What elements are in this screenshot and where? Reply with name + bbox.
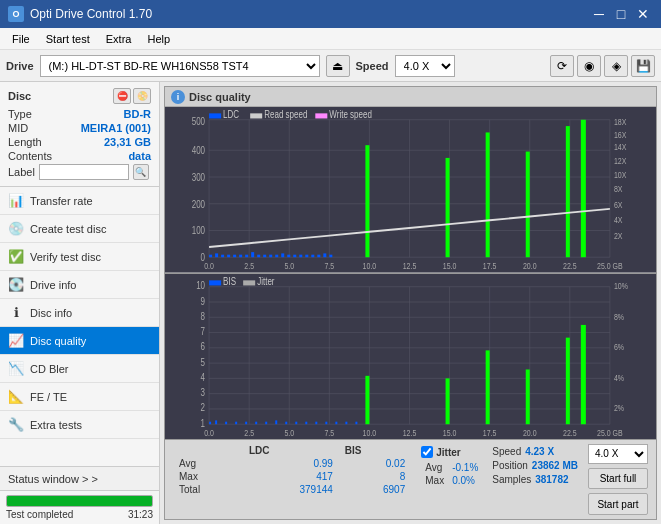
nav-cd-bler[interactable]: 📉 CD Bler [0, 355, 159, 383]
status-window-button[interactable]: Status window > > [0, 467, 159, 491]
menu-file[interactable]: File [4, 31, 38, 47]
stats-total-ldc: 379144 [243, 483, 339, 496]
stats-row-max: Max 417 8 [173, 470, 411, 483]
chart-lower: 10 9 8 7 6 5 4 3 2 1 10% 8% 6% [165, 274, 656, 440]
samples-row: Samples 381782 [492, 474, 578, 485]
lower-chart-svg: 10 9 8 7 6 5 4 3 2 1 10% 8% 6% [165, 274, 656, 440]
nav-verify-test-disc-label: Verify test disc [30, 251, 101, 263]
svg-rect-136 [255, 421, 257, 424]
nav-fe-te[interactable]: 📐 FE / TE [0, 383, 159, 411]
svg-text:22.5: 22.5 [563, 261, 577, 271]
stats-header-bis: BIS [339, 444, 411, 457]
svg-text:4: 4 [201, 372, 205, 383]
stats-avg-bis: 0.02 [339, 457, 411, 470]
svg-text:9: 9 [201, 295, 205, 306]
progress-bar-outer [6, 495, 153, 507]
nav-drive-info[interactable]: 💽 Drive info [0, 271, 159, 299]
drive-icon-btn-3[interactable]: ◈ [604, 55, 628, 77]
svg-text:15.0: 15.0 [443, 261, 457, 271]
svg-rect-146 [355, 421, 357, 424]
menu-help[interactable]: Help [139, 31, 178, 47]
disc-icon-1[interactable]: ⛔ [113, 88, 131, 104]
svg-rect-75 [315, 113, 327, 118]
progress-area: Test completed 31:23 [0, 491, 159, 524]
svg-rect-138 [275, 420, 277, 424]
svg-rect-46 [221, 255, 224, 258]
svg-text:6%: 6% [614, 342, 624, 352]
nav-create-test-disc[interactable]: 💿 Create test disc [0, 215, 159, 243]
nav-transfer-rate-label: Transfer rate [30, 195, 93, 207]
svg-rect-145 [345, 421, 347, 424]
svg-rect-134 [235, 421, 237, 424]
jitter-checkbox[interactable] [421, 446, 433, 458]
status-bar: Status window > > Test completed 31:23 [0, 466, 159, 524]
menu-start-test[interactable]: Start test [38, 31, 98, 47]
svg-rect-67 [486, 132, 490, 257]
nav-disc-quality[interactable]: 📈 Disc quality [0, 327, 159, 355]
minimize-button[interactable]: ─ [589, 4, 609, 24]
svg-rect-147 [209, 280, 221, 285]
title-bar-left: O Opti Drive Control 1.70 [8, 6, 152, 22]
svg-text:100: 100 [192, 225, 205, 236]
disc-label-button[interactable]: 🔍 [133, 164, 149, 180]
drive-select[interactable]: (M:) HL-DT-ST BD-RE WH16NS58 TST4 [40, 55, 320, 77]
eject-button[interactable]: ⏏ [326, 55, 350, 77]
disc-quality-header-icon: i [171, 90, 185, 104]
svg-text:6X: 6X [614, 200, 623, 210]
jitter-max-label: Max [421, 474, 448, 487]
close-button[interactable]: ✕ [633, 4, 653, 24]
svg-rect-61 [311, 255, 314, 258]
stats-row-total: Total 379144 6907 [173, 483, 411, 496]
svg-text:6: 6 [201, 341, 205, 352]
nav-verify-test-disc[interactable]: ✅ Verify test disc [0, 243, 159, 271]
disc-contents-value: data [128, 150, 151, 162]
svg-text:200: 200 [192, 199, 205, 210]
svg-text:12X: 12X [614, 157, 627, 167]
svg-text:2: 2 [201, 402, 205, 413]
svg-rect-55 [275, 255, 278, 258]
drive-icon-btn-2[interactable]: ◉ [577, 55, 601, 77]
disc-icon-2[interactable]: 📀 [133, 88, 151, 104]
maximize-button[interactable]: □ [611, 4, 631, 24]
start-part-button[interactable]: Start part [588, 493, 648, 515]
nav-transfer-rate[interactable]: 📊 Transfer rate [0, 187, 159, 215]
test-speed-select[interactable]: 4.0 X 8.0 X [588, 444, 648, 464]
svg-rect-132 [215, 420, 217, 424]
charts-area: 0 100 200 300 400 500 18X 16X 14X 12X 10… [165, 107, 656, 439]
speed-select-drive[interactable]: 4.0 X 8.0 X 16.0 X [395, 55, 455, 77]
svg-text:4X: 4X [614, 215, 623, 225]
svg-text:5.0: 5.0 [284, 261, 294, 271]
drive-icon-btn-4[interactable]: 💾 [631, 55, 655, 77]
content-area: i Disc quality [160, 82, 661, 524]
position-label: Position [492, 460, 528, 471]
svg-rect-129 [566, 337, 570, 424]
nav-extra-tests[interactable]: 🔧 Extra tests [0, 411, 159, 439]
svg-rect-62 [317, 255, 320, 258]
svg-rect-137 [265, 421, 267, 424]
disc-quality-header: i Disc quality [165, 87, 656, 107]
svg-rect-59 [299, 255, 302, 258]
svg-text:14X: 14X [614, 143, 627, 153]
svg-text:0.0: 0.0 [204, 427, 214, 437]
menu-extra[interactable]: Extra [98, 31, 140, 47]
svg-text:10X: 10X [614, 171, 627, 181]
jitter-label: Jitter [436, 447, 460, 458]
svg-rect-63 [323, 253, 326, 257]
jitter-header-row: Jitter [421, 446, 482, 458]
nav-drive-info-label: Drive info [30, 279, 76, 291]
svg-rect-66 [446, 158, 450, 257]
disc-label-input[interactable] [39, 164, 129, 180]
svg-text:300: 300 [192, 172, 205, 183]
drive-icon-btn-1[interactable]: ⟳ [550, 55, 574, 77]
nav-disc-info[interactable]: ℹ Disc info [0, 299, 159, 327]
svg-rect-125 [365, 375, 369, 423]
svg-rect-126 [446, 378, 450, 424]
svg-text:400: 400 [192, 145, 205, 156]
svg-text:12.5: 12.5 [403, 261, 417, 271]
start-full-button[interactable]: Start full [588, 468, 648, 490]
svg-rect-54 [269, 255, 272, 258]
stats-row-avg: Avg 0.99 0.02 [173, 457, 411, 470]
disc-contents-row: Contents data [8, 150, 151, 162]
svg-rect-47 [227, 255, 230, 258]
svg-text:4%: 4% [614, 373, 624, 383]
